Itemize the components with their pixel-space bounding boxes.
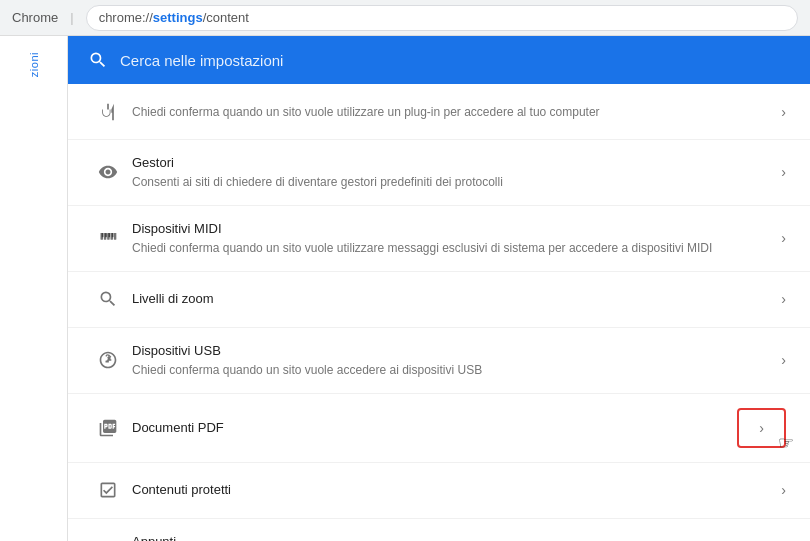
browser-bar: Chrome | chrome://settings/content: [0, 0, 810, 36]
svg-rect-7: [112, 233, 114, 237]
sidebar-label: zioni: [28, 52, 40, 81]
arrow-icon: ›: [781, 104, 786, 120]
item-title: Documenti PDF: [132, 419, 737, 437]
plug-icon: [88, 102, 128, 122]
item-text: Appunti Chiedi prima di accedere: [128, 533, 773, 541]
item-text: Livelli di zoom: [128, 290, 773, 308]
arrow-icon: ›: [781, 230, 786, 246]
item-text: Dispositivi USB Chiedi conferma quando u…: [128, 342, 773, 379]
browser-title: Chrome: [12, 10, 58, 25]
item-text: Gestori Consenti ai siti di chiedere di …: [128, 154, 773, 191]
settings-list: Chiedi conferma quando un sito vuole uti…: [68, 84, 810, 541]
item-text: Documenti PDF: [128, 419, 737, 437]
url-settings: settings: [153, 10, 203, 25]
search-icon: [88, 50, 108, 70]
highlighted-arrow-box: ›: [737, 408, 786, 448]
arrow-icon: ›: [781, 482, 786, 498]
item-title: Dispositivi USB: [132, 342, 773, 360]
item-text: Chiedi conferma quando un sito vuole uti…: [128, 102, 773, 121]
list-item[interactable]: Dispositivi MIDI Chiedi conferma quando …: [68, 206, 810, 272]
zoom-icon: [88, 289, 128, 309]
list-item[interactable]: Contenuti protetti ›: [68, 463, 810, 519]
url-bar[interactable]: chrome://settings/content: [86, 5, 798, 31]
content-area: Cerca nelle impostazioni Chiedi conferma…: [68, 36, 810, 541]
list-item-pdf[interactable]: Documenti PDF › ☞: [68, 394, 810, 463]
arrow-icon: ›: [781, 164, 786, 180]
svg-rect-4: [114, 233, 117, 240]
arrow-icon: ›: [781, 352, 786, 368]
item-title: Gestori: [132, 154, 773, 172]
url-suffix: /content: [203, 10, 249, 25]
list-item[interactable]: Appunti Chiedi prima di accedere ›: [68, 519, 810, 541]
list-item[interactable]: Chiedi conferma quando un sito vuole uti…: [68, 84, 810, 140]
list-item[interactable]: Dispositivi USB Chiedi conferma quando u…: [68, 328, 810, 394]
list-item[interactable]: Gestori Consenti ai siti di chiedere di …: [68, 140, 810, 206]
item-text: Dispositivi MIDI Chiedi conferma quando …: [128, 220, 773, 257]
search-placeholder[interactable]: Cerca nelle impostazioni: [120, 52, 283, 69]
item-desc: Chiedi conferma quando un sito vuole uti…: [132, 104, 773, 121]
svg-rect-8: [108, 233, 110, 237]
item-desc: Chiedi conferma quando un sito vuole uti…: [132, 240, 773, 257]
list-item[interactable]: Livelli di zoom ›: [68, 272, 810, 328]
sidebar: zioni: [0, 36, 68, 541]
item-text: Contenuti protetti: [128, 481, 773, 499]
pdf-icon: [88, 418, 128, 438]
item-desc: Consenti ai siti di chiedere di diventar…: [132, 174, 773, 191]
page-layout: zioni Cerca nelle impostazioni: [0, 36, 810, 541]
check-icon: [88, 480, 128, 500]
item-title: Livelli di zoom: [132, 290, 773, 308]
arrow-icon: ›: [781, 291, 786, 307]
midi-icon: [88, 228, 128, 248]
eye-icon: [88, 162, 128, 182]
svg-rect-6: [105, 233, 107, 237]
item-title: Contenuti protetti: [132, 481, 773, 499]
search-bar: Cerca nelle impostazioni: [68, 36, 810, 84]
svg-rect-5: [102, 233, 104, 237]
arrow-icon: ›: [759, 420, 764, 436]
usb-icon: [88, 350, 128, 370]
item-desc: Chiedi conferma quando un sito vuole acc…: [132, 362, 773, 379]
item-title: Dispositivi MIDI: [132, 220, 773, 238]
item-title: Appunti: [132, 533, 773, 541]
url-prefix: chrome://: [99, 10, 153, 25]
